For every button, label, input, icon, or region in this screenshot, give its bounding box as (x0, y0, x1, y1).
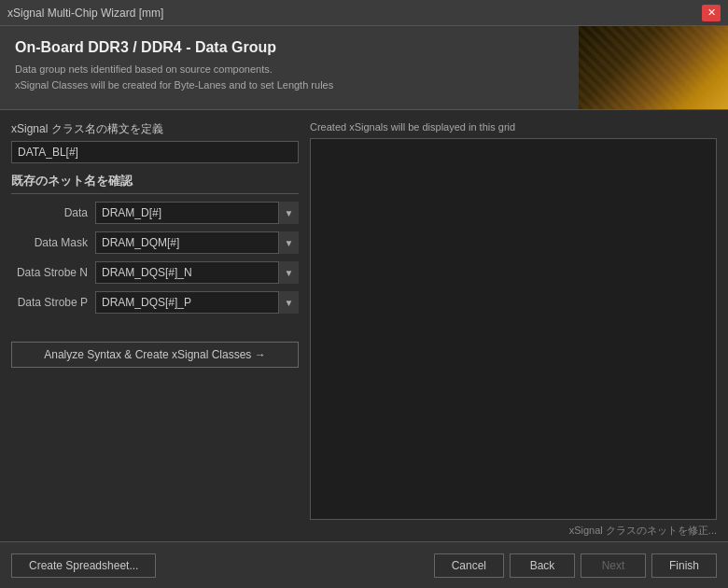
right-panel: Created xSignals will be displayed in th… (310, 121, 717, 541)
title-bar: xSignal Multi-Chip Wizard [mm] ✕ (0, 0, 728, 26)
footer-right: Cancel Back Next Finish (434, 553, 717, 578)
header-image-inner (579, 26, 728, 109)
data-strobe-n-row: Data Strobe N DRAM_DQS[#]_N ▼ (11, 261, 299, 284)
create-spreadsheet-button[interactable]: Create Spreadsheet... (11, 553, 156, 578)
data-strobe-n-label: Data Strobe N (11, 266, 95, 279)
back-button[interactable]: Back (510, 553, 575, 578)
class-section-label: xSignal クラス名の構文を定義 (11, 121, 299, 137)
data-mask-row: Data Mask DRAM_DQM[#] ▼ (11, 231, 299, 254)
header-desc-1: Data group nets identified based on sour… (15, 62, 564, 77)
header-title: On-Board DDR3 / DDR4 - Data Group (15, 39, 564, 56)
net-name-section: 既存のネット名を確認 Data DRAM_D[#] ▼ Data Mask DR… (11, 173, 299, 321)
data-mask-dropdown-wrap: DRAM_DQM[#] ▼ (95, 231, 299, 254)
header-content: On-Board DDR3 / DDR4 - Data Group Data g… (0, 26, 579, 109)
grid-area (310, 138, 717, 520)
footer-left: Create Spreadsheet... (11, 553, 156, 578)
data-strobe-n-dropdown[interactable]: DRAM_DQS[#]_N (95, 261, 299, 284)
next-button[interactable]: Next (581, 553, 646, 578)
data-strobe-p-dropdown[interactable]: DRAM_DQS[#]_P (95, 291, 299, 314)
class-name-input[interactable] (11, 141, 299, 163)
data-dropdown[interactable]: DRAM_D[#] (95, 202, 299, 224)
data-strobe-p-label: Data Strobe P (11, 296, 95, 309)
finish-button[interactable]: Finish (651, 553, 717, 578)
grid-footer-label: xSignal クラスのネットを修正... (310, 520, 717, 541)
data-strobe-n-dropdown-wrap: DRAM_DQS[#]_N ▼ (95, 261, 299, 284)
analyze-button[interactable]: Analyze Syntax & Create xSignal Classes … (11, 342, 299, 368)
class-syntax-section: xSignal クラス名の構文を定義 (11, 121, 299, 163)
data-mask-label: Data Mask (11, 236, 95, 249)
grid-label: Created xSignals will be displayed in th… (310, 121, 717, 133)
footer: Create Spreadsheet... Cancel Back Next F… (0, 541, 728, 588)
header-area: On-Board DDR3 / DDR4 - Data Group Data g… (0, 26, 728, 110)
data-mask-dropdown[interactable]: DRAM_DQM[#] (95, 231, 299, 254)
left-panel: xSignal クラス名の構文を定義 既存のネット名を確認 Data DRAM_… (11, 121, 299, 541)
data-dropdown-wrap: DRAM_D[#] ▼ (95, 202, 299, 224)
data-strobe-p-dropdown-wrap: DRAM_DQS[#]_P ▼ (95, 291, 299, 314)
window-title: xSignal Multi-Chip Wizard [mm] (7, 7, 163, 20)
cancel-button[interactable]: Cancel (434, 553, 504, 578)
close-button[interactable]: ✕ (702, 5, 721, 21)
data-row: Data DRAM_D[#] ▼ (11, 202, 299, 224)
net-section-label: 既存のネット名を確認 (11, 173, 299, 194)
main-body: xSignal クラス名の構文を定義 既存のネット名を確認 Data DRAM_… (0, 110, 728, 541)
data-strobe-p-row: Data Strobe P DRAM_DQS[#]_P ▼ (11, 291, 299, 314)
header-image (579, 26, 728, 109)
header-desc-2: xSignal Classes will be created for Byte… (15, 77, 564, 93)
data-label: Data (11, 206, 95, 219)
